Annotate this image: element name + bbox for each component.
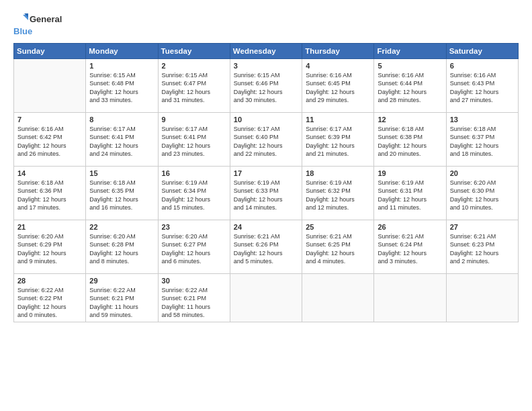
day-cell: 2Sunrise: 6:15 AM Sunset: 6:47 PM Daylig… xyxy=(158,59,230,113)
day-cell xyxy=(230,274,302,322)
day-cell: 15Sunrise: 6:18 AM Sunset: 6:35 PM Dayli… xyxy=(86,167,158,220)
col-header-sunday: Sunday xyxy=(14,44,86,59)
day-number: 28 xyxy=(17,277,82,285)
day-content: Sunrise: 6:21 AM Sunset: 6:23 PM Dayligh… xyxy=(450,232,515,265)
day-content: Sunrise: 6:19 AM Sunset: 6:33 PM Dayligh… xyxy=(234,179,298,212)
day-content: Sunrise: 6:19 AM Sunset: 6:32 PM Dayligh… xyxy=(306,179,370,212)
day-number: 19 xyxy=(378,169,442,177)
day-content: Sunrise: 6:15 AM Sunset: 6:48 PM Dayligh… xyxy=(89,71,154,104)
col-header-thursday: Thursday xyxy=(302,44,374,59)
day-cell: 6Sunrise: 6:16 AM Sunset: 6:43 PM Daylig… xyxy=(446,59,518,113)
day-number: 1 xyxy=(89,62,154,70)
day-cell xyxy=(446,274,518,322)
day-content: Sunrise: 6:20 AM Sunset: 6:28 PM Dayligh… xyxy=(89,232,154,265)
day-number: 12 xyxy=(378,116,442,124)
day-number: 30 xyxy=(162,277,226,285)
day-cell: 5Sunrise: 6:16 AM Sunset: 6:44 PM Daylig… xyxy=(374,59,446,113)
day-number: 25 xyxy=(306,223,370,231)
day-number: 18 xyxy=(306,169,370,177)
day-number: 11 xyxy=(306,116,370,124)
day-cell: 14Sunrise: 6:18 AM Sunset: 6:36 PM Dayli… xyxy=(14,167,86,220)
day-content: Sunrise: 6:18 AM Sunset: 6:36 PM Dayligh… xyxy=(17,179,82,212)
day-cell: 27Sunrise: 6:21 AM Sunset: 6:23 PM Dayli… xyxy=(446,220,518,274)
col-header-friday: Friday xyxy=(374,44,446,59)
col-header-monday: Monday xyxy=(86,44,158,59)
day-number: 22 xyxy=(89,223,154,231)
day-number: 20 xyxy=(450,169,515,177)
day-cell: 22Sunrise: 6:20 AM Sunset: 6:28 PM Dayli… xyxy=(86,220,158,274)
day-content: Sunrise: 6:21 AM Sunset: 6:26 PM Dayligh… xyxy=(234,232,298,265)
day-cell: 3Sunrise: 6:15 AM Sunset: 6:46 PM Daylig… xyxy=(230,59,302,113)
day-number: 27 xyxy=(450,223,515,231)
day-content: Sunrise: 6:17 AM Sunset: 6:40 PM Dayligh… xyxy=(234,125,298,158)
day-content: Sunrise: 6:21 AM Sunset: 6:24 PM Dayligh… xyxy=(378,232,442,265)
logo-text-block: General Blue xyxy=(13,12,62,36)
col-header-wednesday: Wednesday xyxy=(230,44,302,59)
day-number: 24 xyxy=(234,223,298,231)
day-content: Sunrise: 6:16 AM Sunset: 6:44 PM Dayligh… xyxy=(378,71,442,104)
logo-bird-icon xyxy=(13,12,28,27)
day-number: 10 xyxy=(234,116,298,124)
day-content: Sunrise: 6:18 AM Sunset: 6:38 PM Dayligh… xyxy=(378,125,442,158)
day-cell: 9Sunrise: 6:17 AM Sunset: 6:41 PM Daylig… xyxy=(158,113,230,167)
day-cell: 12Sunrise: 6:18 AM Sunset: 6:38 PM Dayli… xyxy=(374,113,446,167)
day-cell: 18Sunrise: 6:19 AM Sunset: 6:32 PM Dayli… xyxy=(302,167,374,220)
day-content: Sunrise: 6:18 AM Sunset: 6:35 PM Dayligh… xyxy=(89,179,154,212)
logo-general: General xyxy=(30,15,62,24)
day-content: Sunrise: 6:21 AM Sunset: 6:25 PM Dayligh… xyxy=(306,232,370,265)
day-content: Sunrise: 6:20 AM Sunset: 6:27 PM Dayligh… xyxy=(162,232,226,265)
day-cell: 20Sunrise: 6:20 AM Sunset: 6:30 PM Dayli… xyxy=(446,167,518,220)
day-cell: 30Sunrise: 6:22 AM Sunset: 6:21 PM Dayli… xyxy=(158,274,230,322)
day-cell: 29Sunrise: 6:22 AM Sunset: 6:21 PM Dayli… xyxy=(86,274,158,322)
logo: General Blue xyxy=(13,12,62,36)
day-content: Sunrise: 6:17 AM Sunset: 6:39 PM Dayligh… xyxy=(306,125,370,158)
day-content: Sunrise: 6:18 AM Sunset: 6:37 PM Dayligh… xyxy=(450,125,515,158)
day-content: Sunrise: 6:20 AM Sunset: 6:29 PM Dayligh… xyxy=(17,232,82,265)
col-header-saturday: Saturday xyxy=(446,44,518,59)
day-number: 13 xyxy=(450,116,515,124)
logo-blue: Blue xyxy=(13,27,32,36)
day-cell: 17Sunrise: 6:19 AM Sunset: 6:33 PM Dayli… xyxy=(230,167,302,220)
week-row-2: 7Sunrise: 6:16 AM Sunset: 6:42 PM Daylig… xyxy=(14,113,519,167)
day-number: 26 xyxy=(378,223,442,231)
day-cell: 28Sunrise: 6:22 AM Sunset: 6:22 PM Dayli… xyxy=(14,274,86,322)
day-number: 14 xyxy=(17,169,82,177)
day-number: 7 xyxy=(17,116,82,124)
week-row-5: 28Sunrise: 6:22 AM Sunset: 6:22 PM Dayli… xyxy=(14,274,519,322)
header: General Blue xyxy=(13,12,519,36)
day-cell: 8Sunrise: 6:17 AM Sunset: 6:41 PM Daylig… xyxy=(86,113,158,167)
day-number: 6 xyxy=(450,62,515,70)
day-cell: 11Sunrise: 6:17 AM Sunset: 6:39 PM Dayli… xyxy=(302,113,374,167)
day-cell: 16Sunrise: 6:19 AM Sunset: 6:34 PM Dayli… xyxy=(158,167,230,220)
day-cell: 24Sunrise: 6:21 AM Sunset: 6:26 PM Dayli… xyxy=(230,220,302,274)
day-cell xyxy=(374,274,446,322)
day-content: Sunrise: 6:15 AM Sunset: 6:46 PM Dayligh… xyxy=(234,71,298,104)
day-number: 17 xyxy=(234,169,298,177)
day-content: Sunrise: 6:16 AM Sunset: 6:42 PM Dayligh… xyxy=(17,125,82,158)
day-cell xyxy=(14,59,86,113)
day-content: Sunrise: 6:16 AM Sunset: 6:45 PM Dayligh… xyxy=(306,71,370,104)
day-number: 23 xyxy=(162,223,226,231)
day-cell: 7Sunrise: 6:16 AM Sunset: 6:42 PM Daylig… xyxy=(14,113,86,167)
day-number: 3 xyxy=(234,62,298,70)
day-content: Sunrise: 6:17 AM Sunset: 6:41 PM Dayligh… xyxy=(89,125,154,158)
day-content: Sunrise: 6:19 AM Sunset: 6:34 PM Dayligh… xyxy=(162,179,226,212)
day-content: Sunrise: 6:22 AM Sunset: 6:22 PM Dayligh… xyxy=(17,286,82,319)
day-cell: 25Sunrise: 6:21 AM Sunset: 6:25 PM Dayli… xyxy=(302,220,374,274)
day-cell: 1Sunrise: 6:15 AM Sunset: 6:48 PM Daylig… xyxy=(86,59,158,113)
day-number: 8 xyxy=(89,116,154,124)
col-header-tuesday: Tuesday xyxy=(158,44,230,59)
week-row-1: 1Sunrise: 6:15 AM Sunset: 6:48 PM Daylig… xyxy=(14,59,519,113)
day-content: Sunrise: 6:15 AM Sunset: 6:47 PM Dayligh… xyxy=(162,71,226,104)
week-row-3: 14Sunrise: 6:18 AM Sunset: 6:36 PM Dayli… xyxy=(14,167,519,220)
day-number: 2 xyxy=(162,62,226,70)
day-cell: 13Sunrise: 6:18 AM Sunset: 6:37 PM Dayli… xyxy=(446,113,518,167)
day-cell: 21Sunrise: 6:20 AM Sunset: 6:29 PM Dayli… xyxy=(14,220,86,274)
day-content: Sunrise: 6:19 AM Sunset: 6:31 PM Dayligh… xyxy=(378,179,442,212)
day-content: Sunrise: 6:20 AM Sunset: 6:30 PM Dayligh… xyxy=(450,179,515,212)
day-number: 15 xyxy=(89,169,154,177)
day-cell: 4Sunrise: 6:16 AM Sunset: 6:45 PM Daylig… xyxy=(302,59,374,113)
day-content: Sunrise: 6:22 AM Sunset: 6:21 PM Dayligh… xyxy=(89,286,154,319)
page: General Blue SundayMondayTuesdayWednesda… xyxy=(0,0,532,411)
day-content: Sunrise: 6:17 AM Sunset: 6:41 PM Dayligh… xyxy=(162,125,226,158)
